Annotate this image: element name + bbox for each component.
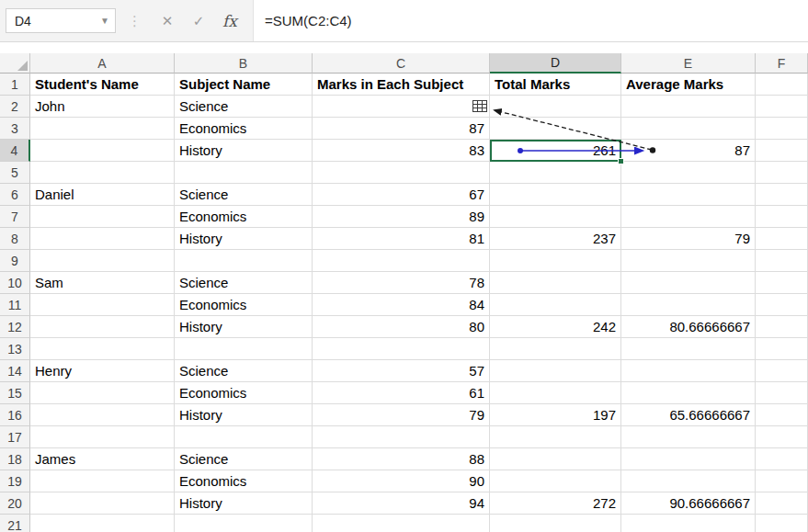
cell-C3[interactable]: 87	[313, 118, 490, 140]
cell-D9[interactable]	[490, 250, 621, 272]
cell-A13[interactable]	[30, 338, 175, 360]
cell-F12[interactable]	[756, 316, 808, 338]
cell-A4[interactable]	[30, 140, 175, 162]
select-all-corner[interactable]	[0, 53, 30, 74]
cell-C16[interactable]: 79	[313, 404, 490, 426]
cell-A14[interactable]: Henry	[30, 360, 175, 382]
cell-F2[interactable]	[756, 96, 808, 118]
cancel-icon[interactable]: ✕	[152, 13, 183, 29]
cell-D8[interactable]: 237	[490, 228, 621, 250]
cell-C6[interactable]: 67	[313, 184, 490, 206]
cell-A20[interactable]	[30, 492, 175, 515]
cell-B5[interactable]	[175, 162, 313, 184]
cell-B7[interactable]: Economics	[175, 206, 313, 228]
cell-B1[interactable]: Subject Name	[175, 74, 313, 96]
cell-E7[interactable]	[621, 206, 756, 228]
cell-B20[interactable]: History	[175, 492, 313, 515]
cell-F9[interactable]	[756, 250, 808, 272]
cell-D3[interactable]	[490, 118, 621, 140]
cell-D19[interactable]	[490, 470, 621, 492]
cell-B13[interactable]	[175, 338, 313, 360]
cell-B11[interactable]: Economics	[175, 294, 313, 316]
cell-D7[interactable]	[490, 206, 621, 228]
column-header-D[interactable]: D	[490, 53, 621, 74]
cell-D2[interactable]	[490, 96, 621, 118]
cell-C15[interactable]: 61	[313, 382, 490, 404]
cell-F17[interactable]	[756, 426, 808, 448]
cell-E5[interactable]	[621, 162, 756, 184]
cell-C10[interactable]: 78	[313, 272, 490, 294]
row-header-20[interactable]: 20	[0, 492, 30, 515]
cell-A21[interactable]	[30, 515, 175, 532]
cell-C5[interactable]	[313, 162, 490, 184]
cell-F19[interactable]	[756, 470, 808, 492]
cell-A15[interactable]	[30, 382, 175, 404]
cell-E11[interactable]	[621, 294, 756, 316]
row-header-8[interactable]: 8	[0, 228, 30, 250]
formula-input[interactable]: =SUM(C2:C4)	[253, 0, 808, 41]
row-header-21[interactable]: 21	[0, 515, 30, 532]
cell-E17[interactable]	[621, 426, 756, 448]
row-header-11[interactable]: 11	[0, 294, 30, 316]
cell-E13[interactable]	[621, 338, 756, 360]
cell-F11[interactable]	[756, 294, 808, 316]
column-header-B[interactable]: B	[175, 53, 313, 74]
formula-bar-drag-handle[interactable]: ⋮	[128, 13, 141, 29]
cell-E6[interactable]	[621, 184, 756, 206]
cell-E1[interactable]: Average Marks	[621, 74, 756, 96]
cell-D4[interactable]: 261	[490, 140, 621, 162]
cell-E18[interactable]	[621, 448, 756, 470]
row-header-6[interactable]: 6	[0, 184, 30, 206]
cell-F5[interactable]	[756, 162, 808, 184]
cell-B6[interactable]: Science	[175, 184, 313, 206]
column-header-E[interactable]: E	[621, 53, 756, 74]
fill-handle[interactable]	[618, 158, 624, 164]
cell-B9[interactable]	[175, 250, 313, 272]
column-header-F[interactable]: F	[756, 53, 808, 74]
cell-A12[interactable]	[30, 316, 175, 338]
cell-B4[interactable]: History	[175, 140, 313, 162]
cell-A6[interactable]: Daniel	[30, 184, 175, 206]
cell-D21[interactable]	[490, 515, 621, 532]
cell-E21[interactable]	[621, 515, 756, 532]
cell-E3[interactable]	[621, 118, 756, 140]
cell-C9[interactable]	[313, 250, 490, 272]
cell-A18[interactable]: James	[30, 448, 175, 470]
row-header-15[interactable]: 15	[0, 382, 30, 404]
cell-A19[interactable]	[30, 470, 175, 492]
cell-F8[interactable]	[756, 228, 808, 250]
name-box[interactable]: D4 ▼	[6, 8, 116, 33]
cell-B21[interactable]	[175, 515, 313, 532]
row-header-16[interactable]: 16	[0, 404, 30, 426]
cell-D13[interactable]	[490, 338, 621, 360]
cell-C8[interactable]: 81	[313, 228, 490, 250]
cell-F20[interactable]	[756, 492, 808, 515]
cell-D12[interactable]: 242	[490, 316, 621, 338]
cell-E2[interactable]	[621, 96, 756, 118]
cell-A9[interactable]	[30, 250, 175, 272]
column-header-C[interactable]: C	[313, 53, 490, 74]
cell-A5[interactable]	[30, 162, 175, 184]
cell-C2[interactable]	[313, 96, 490, 118]
cell-B18[interactable]: Science	[175, 448, 313, 470]
cell-E9[interactable]	[621, 250, 756, 272]
cell-D18[interactable]	[490, 448, 621, 470]
cell-B2[interactable]: Science	[175, 96, 313, 118]
row-header-14[interactable]: 14	[0, 360, 30, 382]
cell-C11[interactable]: 84	[313, 294, 490, 316]
cell-E14[interactable]	[621, 360, 756, 382]
cell-A1[interactable]: Student's Name	[30, 74, 175, 96]
cell-F1[interactable]	[756, 74, 808, 96]
cell-A8[interactable]	[30, 228, 175, 250]
cell-E4[interactable]: 87	[621, 140, 756, 162]
cell-C4[interactable]: 83	[313, 140, 490, 162]
cell-D20[interactable]: 272	[490, 492, 621, 515]
cell-C13[interactable]	[313, 338, 490, 360]
cell-F10[interactable]	[756, 272, 808, 294]
cell-A2[interactable]: John	[30, 96, 175, 118]
cell-E8[interactable]: 79	[621, 228, 756, 250]
cell-D1[interactable]: Total Marks	[490, 74, 621, 96]
row-header-9[interactable]: 9	[0, 250, 30, 272]
cell-F21[interactable]	[756, 515, 808, 532]
cell-F6[interactable]	[756, 184, 808, 206]
